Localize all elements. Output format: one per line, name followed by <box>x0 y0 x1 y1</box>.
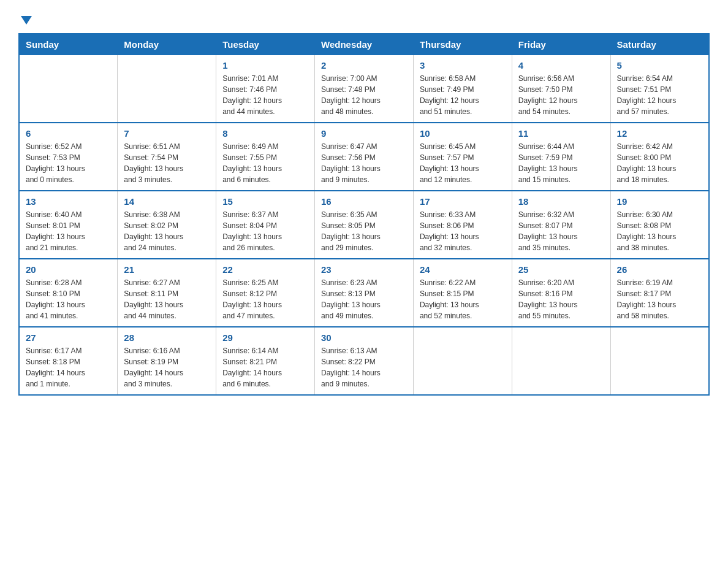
calendar-cell: 8Sunrise: 6:49 AMSunset: 7:55 PMDaylight… <box>216 123 315 191</box>
logo <box>18 12 33 23</box>
day-number: 27 <box>26 332 111 343</box>
day-number: 30 <box>321 332 407 343</box>
calendar-cell: 27Sunrise: 6:17 AMSunset: 8:18 PMDayligh… <box>19 327 118 395</box>
day-of-week-thursday: Thursday <box>413 34 512 55</box>
calendar-cell <box>19 55 118 123</box>
calendar-cell: 13Sunrise: 6:40 AMSunset: 8:01 PMDayligh… <box>19 191 118 259</box>
calendar-cell: 15Sunrise: 6:37 AMSunset: 8:04 PMDayligh… <box>216 191 315 259</box>
day-number: 5 <box>617 60 702 71</box>
day-info: Sunrise: 6:32 AMSunset: 8:07 PMDaylight:… <box>518 209 604 253</box>
day-number: 2 <box>321 60 407 71</box>
day-info: Sunrise: 6:35 AMSunset: 8:05 PMDaylight:… <box>321 209 407 253</box>
day-number: 13 <box>26 196 111 207</box>
day-number: 1 <box>222 60 308 71</box>
day-number: 3 <box>420 60 506 71</box>
day-info: Sunrise: 7:00 AMSunset: 7:48 PMDaylight:… <box>321 73 407 117</box>
calendar-cell: 14Sunrise: 6:38 AMSunset: 8:02 PMDayligh… <box>118 191 216 259</box>
day-number: 9 <box>321 128 407 139</box>
day-info: Sunrise: 6:47 AMSunset: 7:56 PMDaylight:… <box>321 141 407 185</box>
calendar-cell: 4Sunrise: 6:56 AMSunset: 7:50 PMDaylight… <box>512 55 610 123</box>
day-info: Sunrise: 6:51 AMSunset: 7:54 PMDaylight:… <box>124 141 210 185</box>
day-info: Sunrise: 6:56 AMSunset: 7:50 PMDaylight:… <box>518 73 604 117</box>
calendar-table: SundayMondayTuesdayWednesdayThursdayFrid… <box>18 33 710 396</box>
day-number: 15 <box>222 196 308 207</box>
calendar-cell: 26Sunrise: 6:19 AMSunset: 8:17 PMDayligh… <box>610 259 709 327</box>
day-info: Sunrise: 6:52 AMSunset: 7:53 PMDaylight:… <box>26 141 111 185</box>
calendar-cell: 21Sunrise: 6:27 AMSunset: 8:11 PMDayligh… <box>118 259 216 327</box>
week-row-2: 6Sunrise: 6:52 AMSunset: 7:53 PMDaylight… <box>19 123 709 191</box>
calendar-cell: 24Sunrise: 6:22 AMSunset: 8:15 PMDayligh… <box>413 259 512 327</box>
day-number: 19 <box>617 196 702 207</box>
day-of-week-tuesday: Tuesday <box>216 34 315 55</box>
day-info: Sunrise: 6:45 AMSunset: 7:57 PMDaylight:… <box>420 141 506 185</box>
calendar-cell: 2Sunrise: 7:00 AMSunset: 7:48 PMDaylight… <box>315 55 414 123</box>
day-info: Sunrise: 6:37 AMSunset: 8:04 PMDaylight:… <box>222 209 308 253</box>
day-number: 16 <box>321 196 407 207</box>
calendar-cell: 30Sunrise: 6:13 AMSunset: 8:22 PMDayligh… <box>315 327 414 395</box>
day-of-week-monday: Monday <box>118 34 216 55</box>
calendar-cell: 29Sunrise: 6:14 AMSunset: 8:21 PMDayligh… <box>216 327 315 395</box>
calendar-cell <box>118 55 216 123</box>
day-info: Sunrise: 6:30 AMSunset: 8:08 PMDaylight:… <box>617 209 702 253</box>
calendar-cell: 25Sunrise: 6:20 AMSunset: 8:16 PMDayligh… <box>512 259 610 327</box>
day-info: Sunrise: 6:25 AMSunset: 8:12 PMDaylight:… <box>222 277 308 321</box>
calendar-cell: 5Sunrise: 6:54 AMSunset: 7:51 PMDaylight… <box>610 55 709 123</box>
calendar-cell: 1Sunrise: 7:01 AMSunset: 7:46 PMDaylight… <box>216 55 315 123</box>
svg-marker-0 <box>21 16 32 25</box>
day-info: Sunrise: 6:23 AMSunset: 8:13 PMDaylight:… <box>321 277 407 321</box>
day-info: Sunrise: 6:42 AMSunset: 8:00 PMDaylight:… <box>617 141 702 185</box>
day-of-week-wednesday: Wednesday <box>315 34 414 55</box>
page-header <box>18 12 710 23</box>
calendar-cell <box>413 327 512 395</box>
day-info: Sunrise: 6:22 AMSunset: 8:15 PMDaylight:… <box>420 277 506 321</box>
calendar-cell: 10Sunrise: 6:45 AMSunset: 7:57 PMDayligh… <box>413 123 512 191</box>
calendar-cell: 12Sunrise: 6:42 AMSunset: 8:00 PMDayligh… <box>610 123 709 191</box>
calendar-body: 1Sunrise: 7:01 AMSunset: 7:46 PMDaylight… <box>19 55 709 396</box>
day-number: 10 <box>420 128 506 139</box>
calendar-cell: 6Sunrise: 6:52 AMSunset: 7:53 PMDaylight… <box>19 123 118 191</box>
day-number: 11 <box>518 128 604 139</box>
logo-arrow-icon <box>20 13 33 27</box>
day-info: Sunrise: 6:27 AMSunset: 8:11 PMDaylight:… <box>124 277 210 321</box>
week-row-5: 27Sunrise: 6:17 AMSunset: 8:18 PMDayligh… <box>19 327 709 395</box>
calendar-cell: 28Sunrise: 6:16 AMSunset: 8:19 PMDayligh… <box>118 327 216 395</box>
day-info: Sunrise: 6:17 AMSunset: 8:18 PMDaylight:… <box>26 345 111 389</box>
day-of-week-saturday: Saturday <box>610 34 709 55</box>
day-info: Sunrise: 7:01 AMSunset: 7:46 PMDaylight:… <box>222 73 308 117</box>
day-number: 12 <box>617 128 702 139</box>
week-row-1: 1Sunrise: 7:01 AMSunset: 7:46 PMDaylight… <box>19 55 709 123</box>
calendar-cell: 22Sunrise: 6:25 AMSunset: 8:12 PMDayligh… <box>216 259 315 327</box>
day-number: 29 <box>222 332 308 343</box>
day-number: 20 <box>26 264 111 275</box>
day-info: Sunrise: 6:13 AMSunset: 8:22 PMDaylight:… <box>321 345 407 389</box>
day-info: Sunrise: 6:58 AMSunset: 7:49 PMDaylight:… <box>420 73 506 117</box>
calendar-cell: 7Sunrise: 6:51 AMSunset: 7:54 PMDaylight… <box>118 123 216 191</box>
day-number: 21 <box>124 264 210 275</box>
day-number: 6 <box>26 128 111 139</box>
day-info: Sunrise: 6:16 AMSunset: 8:19 PMDaylight:… <box>124 345 210 389</box>
day-of-week-sunday: Sunday <box>19 34 118 55</box>
calendar-cell <box>512 327 610 395</box>
day-of-week-friday: Friday <box>512 34 610 55</box>
day-number: 18 <box>518 196 604 207</box>
day-info: Sunrise: 6:14 AMSunset: 8:21 PMDaylight:… <box>222 345 308 389</box>
day-number: 25 <box>518 264 604 275</box>
day-info: Sunrise: 6:49 AMSunset: 7:55 PMDaylight:… <box>222 141 308 185</box>
day-info: Sunrise: 6:19 AMSunset: 8:17 PMDaylight:… <box>617 277 702 321</box>
day-info: Sunrise: 6:38 AMSunset: 8:02 PMDaylight:… <box>124 209 210 253</box>
calendar-cell: 3Sunrise: 6:58 AMSunset: 7:49 PMDaylight… <box>413 55 512 123</box>
day-number: 17 <box>420 196 506 207</box>
day-number: 24 <box>420 264 506 275</box>
day-info: Sunrise: 6:44 AMSunset: 7:59 PMDaylight:… <box>518 141 604 185</box>
day-info: Sunrise: 6:28 AMSunset: 8:10 PMDaylight:… <box>26 277 111 321</box>
calendar-cell: 19Sunrise: 6:30 AMSunset: 8:08 PMDayligh… <box>610 191 709 259</box>
calendar-cell: 20Sunrise: 6:28 AMSunset: 8:10 PMDayligh… <box>19 259 118 327</box>
day-number: 14 <box>124 196 210 207</box>
day-number: 26 <box>617 264 702 275</box>
day-number: 22 <box>222 264 308 275</box>
week-row-3: 13Sunrise: 6:40 AMSunset: 8:01 PMDayligh… <box>19 191 709 259</box>
day-number: 28 <box>124 332 210 343</box>
day-info: Sunrise: 6:20 AMSunset: 8:16 PMDaylight:… <box>518 277 604 321</box>
calendar-cell: 18Sunrise: 6:32 AMSunset: 8:07 PMDayligh… <box>512 191 610 259</box>
calendar-cell: 23Sunrise: 6:23 AMSunset: 8:13 PMDayligh… <box>315 259 414 327</box>
